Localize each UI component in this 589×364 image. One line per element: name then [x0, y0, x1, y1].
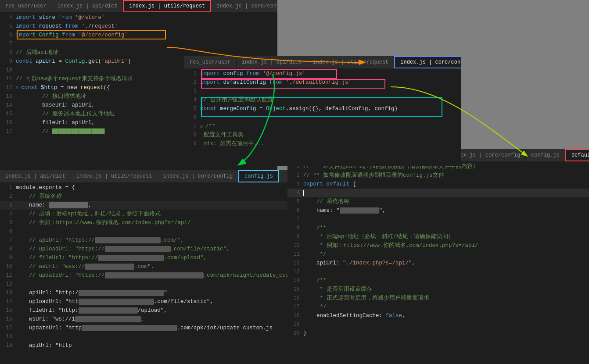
p4-line-12: 12 apiUrl: "./index.php?s=/api/", — [287, 259, 589, 268]
p2-line-4: 4 // 合并用户配置和默认配置 — [184, 96, 461, 104]
tab-p2-core-config-active[interactable]: index.js | core/config — [394, 56, 461, 68]
p3-line-17: 17 updateUrl: "http█████████████████████… — [0, 324, 290, 332]
p3-line-6: 6 — [0, 227, 290, 236]
p3-line-10: 10 // wsUrl: "wss://███████████████.com"… — [0, 262, 290, 271]
p2-line-7: 7 ⊟ /** — [184, 122, 461, 131]
p3-line-5: 5 // 例如：https://www.你的域名.com/index.php?s… — [0, 218, 290, 227]
p3-line-9: 9 // fileUrl: "https://█████████████████… — [0, 253, 290, 262]
p3-line-7: 7 // apiUrl: "https://██████████████████… — [0, 236, 290, 245]
p3-line-19: 19 apiUrl: "http — [0, 341, 290, 350]
p4-line-19: 19 — [287, 320, 589, 329]
p3-line-14: 14 uploadUrl: "htt██████████████████████… — [0, 297, 290, 306]
p2-line-8: 8 配置文件工具类 — [184, 131, 461, 139]
panel3-code: 1 module.exports = { 2 // 系统名称 3 name: █… — [0, 182, 290, 351]
p4-line-9: 9 * 后端api地址（必填；斜杠/结尾；请确保能访问） — [287, 232, 589, 241]
p4-line-8: 8 /** — [287, 224, 589, 232]
panel-config-js: index.js | api/dict index.js | utils/req… — [0, 170, 290, 364]
panel1-tabbar: res_user/user index.js | api/dict index.… — [0, 0, 277, 12]
tab-p2-res-user[interactable]: res_user/user — [184, 56, 237, 68]
tab-core-config-p1[interactable]: index.js | core/config — [211, 0, 277, 12]
p2-line-2: 2 import defaultConfig from './defaultCo… — [184, 78, 461, 87]
p4-line-11: 11 */ — [287, 250, 589, 259]
p3-line-3: 3 name: ████████████, — [0, 201, 290, 210]
tab-p3-config-active[interactable]: config.js — [238, 170, 279, 182]
tab-p3-api-dict[interactable]: index.js | api/dict — [0, 170, 71, 182]
line-6: 6 import Config from '@/core/config' — [0, 31, 277, 39]
p4-line-6: 6 name: "████████████", — [287, 206, 589, 215]
p4-line-14: 14 /** — [287, 276, 589, 285]
p4-line-5: 5 // 系统名称 — [287, 197, 589, 206]
p4-line-4: 4 — [287, 189, 589, 197]
p4-line-10: 10 * 例如：https://www.你的域名.com/index.php?s… — [287, 241, 589, 250]
p4-line-3: 3 export default { — [287, 180, 589, 189]
p3-line-8: 8 // uploadUrl: "https://███████████████… — [0, 245, 290, 253]
p3-line-16: 16 wsUrl: "ws://1████████████████████, — [0, 315, 290, 324]
panel-default-config: index.js | api/dict index.js | utils/req… — [287, 149, 589, 364]
p2-line-3: 3 — [184, 87, 461, 96]
panel-core-config: res_user/user index.js | api/dict index.… — [184, 56, 461, 166]
panel3-tabbar: index.js | api/dict index.js | utils/req… — [0, 170, 290, 182]
p3-line-1: 1 module.exports = { — [0, 183, 290, 192]
p2-line-9: 9 mix: 如需在项目中... — [184, 139, 461, 148]
p4-line-7: 7 — [287, 215, 589, 224]
p3-line-2: 2 // 系统名称 — [0, 192, 290, 201]
p3-line-15: 15 fileUrl: "http:██████████████████/upl… — [0, 306, 290, 315]
p2-line-1: 1 import config from '@/config.js' — [184, 69, 461, 78]
p2-line-5: 5 const mergeConfig = Object.assign({}, … — [184, 104, 461, 113]
p4-line-20: 20 } — [287, 329, 589, 338]
line-5: 5 import request from './request' — [0, 22, 277, 31]
line-7: 7 — [0, 39, 277, 48]
tab-p2-utils-request[interactable]: index.js | utils/request — [307, 56, 394, 68]
panel2-tabbar: res_user/user index.js | api/dict index.… — [184, 56, 461, 68]
p2-line-6: 6 — [184, 113, 461, 122]
p3-line-11: 11 // updateUrl: "https://██████████████… — [0, 271, 290, 280]
p4-line-17: 17 */ — [287, 303, 589, 311]
p3-line-12: 12 — [0, 280, 290, 289]
tab-api-dict[interactable]: index.js | api/dict — [52, 0, 123, 12]
p4-line-16: 16 * 正式运营时启用，将减少用户端重复请求 — [287, 294, 589, 303]
panel4-code: 1 // ** 本文件是config.js的默认数据（请勿修改本文件中的内容） … — [287, 161, 589, 339]
tab-p3-core-config[interactable]: index.js | core/config — [158, 170, 238, 182]
tab-utils-request-active[interactable]: index.js | utils/request — [123, 0, 211, 12]
p3-line-18: 18 — [0, 332, 290, 341]
tab-p2-api-dict[interactable]: index.js | api/dict — [237, 56, 308, 68]
tab-p4-config[interactable]: config.js — [526, 149, 565, 161]
p3-line-4: 4 // 必填：后端api地址，斜杠/结尾，参照下面格式 — [0, 210, 290, 218]
panel2-code: 1 import config from '@/config.js' 2 imp… — [184, 68, 461, 149]
tab-p4-default-config-active[interactable]: defaultConfig.js — [565, 149, 589, 161]
p4-line-15: 15 * 是否启用设置缓存 — [287, 285, 589, 294]
line-4: 4 import store from '@/store' — [0, 13, 277, 22]
tab-p3-utils-request[interactable]: index.js | utils/request — [71, 170, 158, 182]
p3-line-13: 13 apiUrl: "http:/██████████████████████… — [0, 289, 290, 297]
p4-line-18: 18 enabledSettingCache: false, — [287, 311, 589, 320]
line-8: 8 // 后端api地址 — [0, 48, 277, 57]
p4-line-2: 2 // ** 如需修改配置请移步到根目录的config.js文件 — [287, 171, 589, 180]
tab-res-user[interactable]: res_user/user — [0, 0, 52, 12]
p4-line-13: 13 — [287, 268, 589, 276]
